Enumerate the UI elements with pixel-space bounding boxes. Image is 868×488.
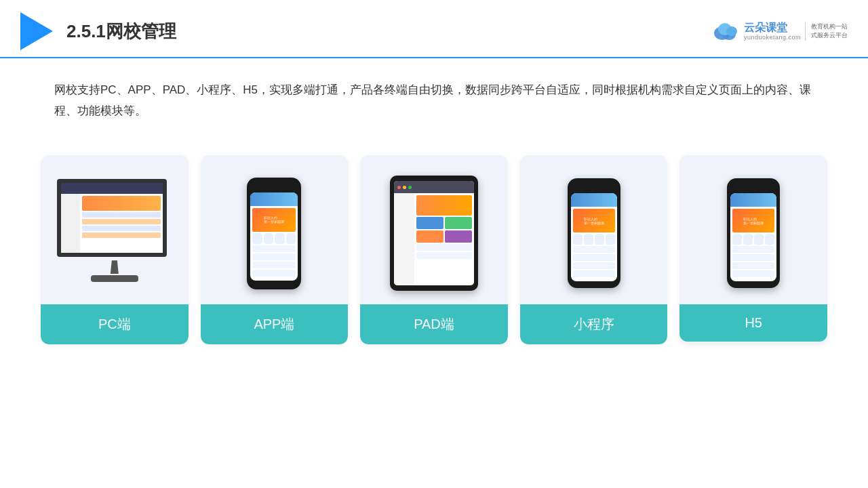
- tagline-line2: 式服务云平台: [811, 31, 848, 41]
- description-text: 网校支持PC、APP、PAD、小程序、H5，实现多端打通，产品各终端自由切换，数…: [54, 80, 814, 121]
- mini-icon2: [584, 234, 593, 245]
- mini-row1: [573, 246, 615, 253]
- page-title: 2.5.1网校管理: [66, 20, 176, 43]
- h5-row4: [732, 270, 774, 277]
- brand-tagline: 教育机构一站 式服务云平台: [805, 22, 848, 41]
- mini-icon4: [606, 234, 615, 245]
- pc-screen: [57, 179, 167, 257]
- h5-phone-mock: 职达人的第一堂刷题课: [727, 178, 780, 288]
- pad-row2: [416, 252, 472, 259]
- mini-icon3: [595, 234, 604, 245]
- pc-base: [91, 275, 138, 282]
- mini-label: 小程序: [520, 304, 668, 344]
- app-label: APP端: [201, 304, 349, 344]
- h5-row2: [732, 254, 774, 261]
- h5-screen: 职达人的第一堂刷题课: [730, 193, 776, 281]
- app-icon2: [264, 233, 274, 244]
- app-screen-header: [250, 192, 298, 206]
- pad-dot2: [403, 186, 406, 189]
- pc-sidebar: [61, 194, 80, 253]
- tagline-line1: 教育机构一站: [811, 22, 848, 32]
- mini-screen-header: [571, 193, 617, 207]
- pad-image-area: [360, 155, 508, 304]
- pc-device-mock: [57, 179, 172, 287]
- app-card: 职达人的第一堂刷题课 APP端: [201, 155, 349, 344]
- mini-icon1: [573, 234, 583, 245]
- mini-notch: [585, 185, 604, 190]
- h5-banner: 职达人的第一堂刷题课: [732, 209, 774, 232]
- mini-icons-row: [573, 234, 615, 245]
- h5-icons-row: [732, 234, 774, 245]
- pc-main: [80, 194, 163, 253]
- h5-notch: [744, 185, 763, 190]
- brand-name: 云朵课堂: [744, 21, 801, 34]
- logo-triangle-icon: [20, 12, 53, 50]
- app-icons-row: [252, 233, 296, 244]
- app-phone-screen: 职达人的第一堂刷题课: [250, 192, 298, 281]
- pc-row3: [82, 226, 161, 231]
- app-image-area: 职达人的第一堂刷题课: [201, 155, 349, 304]
- mini-row2: [573, 254, 615, 261]
- cards-container: PC端 职达人的第一堂刷题课: [0, 142, 868, 358]
- h5-image-area: 职达人的第一堂刷题课: [679, 155, 827, 304]
- h5-icon3: [754, 234, 764, 245]
- pc-image-area: [41, 155, 189, 304]
- app-screen-content: 职达人的第一堂刷题课: [250, 206, 298, 279]
- pad-cell3: [416, 230, 443, 243]
- h5-screen-header: [730, 193, 776, 207]
- pc-screen-bar: [61, 183, 163, 194]
- pad-row1: [416, 244, 472, 251]
- brand-text: 云朵课堂 yunduoketang.com: [744, 21, 801, 41]
- h5-row3: [732, 262, 774, 269]
- brand-sub: yunduoketang.com: [744, 34, 801, 41]
- pad-main: [414, 193, 474, 285]
- pad-banner: [416, 195, 472, 216]
- pc-banner: [82, 196, 161, 211]
- pad-cell2: [445, 217, 472, 229]
- header-left: 2.5.1网校管理: [20, 12, 176, 50]
- app-icon1: [252, 233, 262, 244]
- pc-card: PC端: [41, 155, 189, 344]
- app-card-row4: [252, 270, 296, 277]
- pc-screen-body: [61, 194, 163, 253]
- pc-label: PC端: [41, 304, 189, 344]
- app-phone-mock: 职达人的第一堂刷题课: [247, 178, 301, 289]
- pc-row2: [82, 219, 161, 224]
- app-card-row1: [252, 245, 296, 252]
- pad-tablet-mock: [390, 176, 478, 291]
- app-card-row2: [252, 253, 296, 260]
- h5-icon2: [743, 234, 753, 245]
- pc-row1: [82, 212, 161, 218]
- app-card-row3: [252, 262, 296, 268]
- app-icon4: [286, 233, 296, 244]
- mini-screen-content: 职达人的第一堂刷题课: [571, 207, 617, 279]
- mini-image-area: 职达人的第一堂刷题课: [520, 155, 668, 304]
- pad-body: [394, 193, 474, 285]
- h5-icon4: [765, 234, 774, 245]
- app-phone-notch: [264, 184, 283, 190]
- pad-cell4: [445, 230, 472, 243]
- app-banner: 职达人的第一堂刷题课: [252, 208, 296, 232]
- h5-card: 职达人的第一堂刷题课 H5: [679, 155, 827, 344]
- mini-row4: [573, 270, 615, 277]
- pc-screen-content: [61, 183, 163, 253]
- app-icon3: [275, 233, 285, 244]
- pc-stand: [108, 260, 121, 274]
- pad-dot1: [397, 186, 401, 189]
- h5-screen-content: 职达人的第一堂刷题课: [730, 207, 776, 279]
- pad-label: PAD端: [360, 304, 508, 344]
- description: 网校支持PC、APP、PAD、小程序、H5，实现多端打通，产品各终端自由切换，数…: [0, 58, 868, 135]
- pad-card: PAD端: [360, 155, 508, 344]
- pad-cell1: [416, 217, 443, 229]
- mini-row3: [573, 262, 615, 269]
- pad-sidebar: [394, 193, 414, 285]
- pc-row4: [82, 232, 161, 238]
- mini-banner: 职达人的第一堂刷题课: [573, 209, 615, 232]
- brand-logo: 云朵课堂 yunduoketang.com 教育机构一站 式服务云平台: [710, 21, 848, 41]
- h5-label: H5: [679, 304, 827, 342]
- h5-row1: [732, 246, 774, 253]
- mini-phone-mock: 职达人的第一堂刷题课: [568, 178, 620, 288]
- pad-screen: [394, 181, 474, 285]
- svg-point-3: [726, 26, 737, 36]
- pad-dot3: [408, 186, 412, 189]
